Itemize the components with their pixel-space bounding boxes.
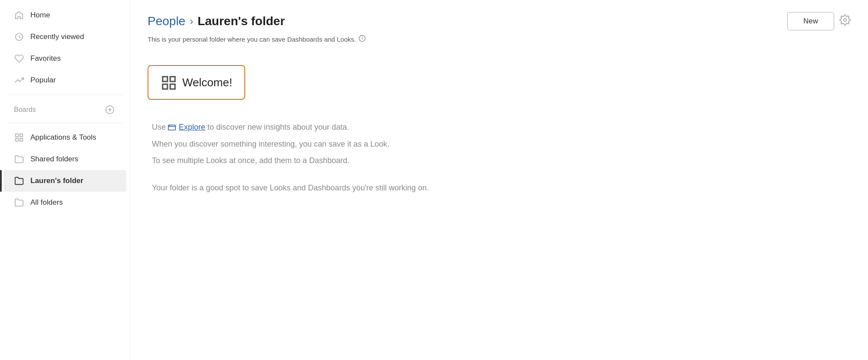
folder-icon-all [14,198,24,207]
svg-rect-6 [16,138,18,141]
boards-section-label: Boards [14,106,36,114]
main-content: People › Lauren's folder New This is you… [130,0,868,360]
info-line-3: To see multiple Looks at once, add them … [152,154,851,167]
svg-rect-4 [16,134,18,137]
subtitle-text: This is your personal folder where you c… [148,36,356,43]
info-line-1-post: to discover new insights about your data… [207,123,349,131]
sidebar-item-recently-viewed[interactable]: Recently viewed [3,26,126,48]
sidebar-item-popular-label: Popular [30,76,56,85]
welcome-title: Welcome! [182,76,232,89]
explore-link[interactable]: Explore [179,123,205,131]
sidebar-item-laurens-folder[interactable]: Lauren's folder [3,170,126,192]
boards-section-header: Boards [3,98,126,119]
svg-rect-7 [20,138,23,141]
new-button[interactable]: New [787,12,834,30]
sidebar-item-home-label: Home [30,11,50,20]
sidebar-item-all-folders[interactable]: All folders [3,192,126,213]
welcome-card: Welcome! [148,65,245,100]
svg-rect-14 [163,84,168,89]
sidebar-item-applications-tools[interactable]: Applications & Tools [3,127,126,148]
sidebar: Home Recently viewed Favorites Popular [0,0,130,360]
sidebar-item-laurens-folder-label: Lauren's folder [30,177,83,185]
header-actions: New [787,12,851,30]
page-header: People › Lauren's folder New [130,0,868,30]
svg-point-8 [844,19,847,22]
sidebar-item-applications-tools-label: Applications & Tools [30,133,96,142]
breadcrumb-separator: › [190,15,193,27]
svg-rect-15 [170,84,175,89]
welcome-section: Welcome! Use Explore to discover new ins… [130,43,868,207]
sidebar-item-favorites[interactable]: Favorites [3,48,126,69]
sidebar-item-home[interactable]: Home [3,4,126,26]
sidebar-item-popular[interactable]: Popular [3,69,126,91]
info-line-2: When you discover something interesting,… [152,137,851,151]
sidebar-item-recently-viewed-label: Recently viewed [30,33,84,41]
heart-icon [14,54,24,63]
sidebar-item-all-folders-label: All folders [30,198,63,207]
sidebar-divider-2 [7,123,123,123]
info-line-4: Your folder is a good spot to save Looks… [152,181,851,195]
trending-icon [14,75,24,85]
home-icon [14,10,24,20]
sidebar-divider-1 [7,95,123,95]
add-board-button[interactable] [104,104,116,116]
explore-icon [168,124,176,131]
breadcrumb-parent[interactable]: People [148,14,185,28]
clock-icon [14,32,24,42]
svg-rect-5 [20,134,23,137]
grid-icon [14,133,24,142]
welcome-grid-icon [161,75,176,90]
info-icon [358,35,366,43]
breadcrumb-current: Lauren's folder [197,14,285,28]
info-spacer [152,171,851,178]
page-subtitle: This is your personal folder where you c… [130,30,868,43]
breadcrumb: People › Lauren's folder [148,14,285,28]
info-line-1: Use Explore to discover new insights abo… [152,121,851,134]
sidebar-item-shared-folders-label: Shared folders [30,155,79,164]
info-line-1-pre: Use [152,123,166,131]
svg-rect-13 [170,77,175,82]
folder-icon-shared [14,154,24,164]
folder-icon-laurens [14,176,24,186]
sidebar-item-favorites-label: Favorites [30,54,61,63]
svg-rect-12 [163,77,168,82]
info-lines: Use Explore to discover new insights abo… [148,121,851,194]
settings-icon[interactable] [839,14,851,28]
sidebar-item-shared-folders[interactable]: Shared folders [3,148,126,170]
